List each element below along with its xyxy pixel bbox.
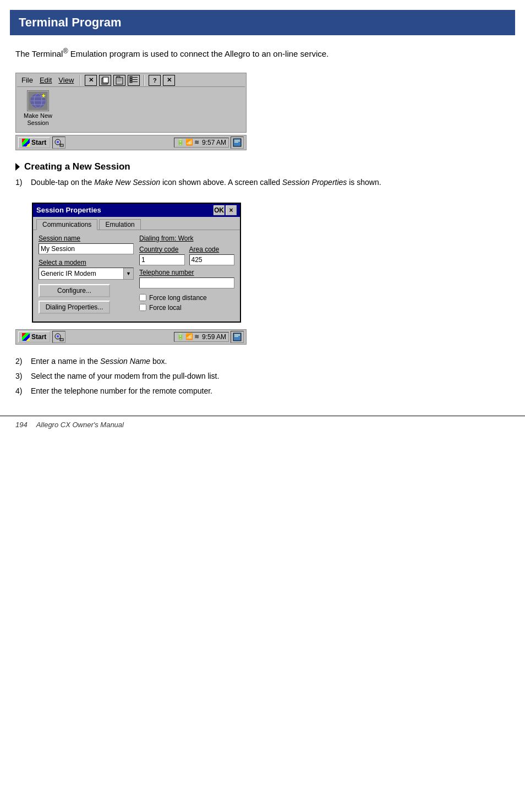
modem-dropdown-arrow[interactable]: ▼ bbox=[123, 268, 133, 279]
tab-emulation[interactable]: Emulation bbox=[99, 219, 140, 230]
svg-text:T: T bbox=[60, 143, 62, 146]
telephone-label: Telephone number bbox=[139, 269, 234, 276]
configure-button[interactable]: Configure... bbox=[39, 284, 110, 297]
modem-value: Generic IR Modem bbox=[39, 269, 123, 279]
toolbar-close[interactable]: ✕ bbox=[163, 75, 175, 86]
dialog-content: Session name Select a modem Generic IR M… bbox=[33, 230, 240, 321]
taskbar-doc-icon-1[interactable] bbox=[231, 137, 244, 149]
country-code-label: Country code bbox=[139, 246, 185, 253]
step-4-num: 4) bbox=[15, 385, 26, 397]
session-properties-dialog: Session Properties OK × Communications E… bbox=[32, 203, 241, 323]
country-col: Country code bbox=[139, 246, 185, 265]
telephone-input[interactable] bbox=[139, 277, 234, 288]
signal-icon-1: ≋ bbox=[194, 139, 199, 146]
svg-rect-28 bbox=[234, 142, 238, 143]
taskbar-left-2: Start T bbox=[18, 331, 65, 343]
taskbar-2: Start T 🔋 📶 ≋ 9:59 AM bbox=[15, 329, 247, 345]
page-footer: 194 Allegro CX Owner's Manual bbox=[0, 416, 525, 433]
svg-rect-9 bbox=[130, 79, 132, 80]
triangle-icon bbox=[15, 163, 20, 171]
start-button-2[interactable]: Start bbox=[18, 331, 50, 342]
terminal-window: File Edit View ✕ bbox=[15, 73, 247, 133]
toolbar-help[interactable]: ? bbox=[149, 75, 161, 86]
force-local-checkbox[interactable] bbox=[139, 304, 146, 311]
taskbar-icon-1[interactable]: T bbox=[52, 137, 65, 149]
network-icon-1: 📶 bbox=[185, 139, 193, 146]
battery-icon-2: 🔋 bbox=[177, 333, 184, 340]
svg-rect-13 bbox=[133, 81, 138, 82]
svg-rect-7 bbox=[117, 81, 121, 81]
toolbar-paste[interactable] bbox=[113, 75, 125, 86]
steps-list: 1) Double-tap on the Make New Session ic… bbox=[15, 177, 510, 188]
svg-rect-12 bbox=[133, 79, 138, 80]
taskbar-right-1: 🔋 📶 ≋ 9:57 AM bbox=[174, 137, 244, 149]
dialog-ok-btn[interactable]: OK bbox=[214, 205, 225, 215]
toolbar-cut[interactable]: ✕ bbox=[85, 75, 97, 86]
svg-rect-11 bbox=[133, 77, 138, 78]
make-new-session-icon-area[interactable]: Make NewSession bbox=[21, 90, 54, 127]
force-long-distance-row: Force long distance bbox=[139, 294, 234, 302]
country-area-row: Country code Area code bbox=[139, 246, 234, 265]
select-modem-label: Select a modem bbox=[39, 259, 134, 266]
svg-rect-5 bbox=[117, 79, 122, 79]
session-name-input[interactable] bbox=[39, 243, 134, 254]
signal-icon-2: ≋ bbox=[194, 333, 199, 340]
dialog-title: Session Properties bbox=[36, 206, 101, 214]
systray-1: 🔋 📶 ≋ 9:57 AM bbox=[174, 138, 229, 148]
time-display-2: 9:59 AM bbox=[202, 333, 226, 341]
section-heading: Creating a New Session bbox=[15, 161, 510, 172]
steps-2-4: 2) Enter a name in the Session Name box.… bbox=[15, 356, 510, 397]
windows-logo-1 bbox=[22, 139, 30, 146]
start-button-1[interactable]: Start bbox=[18, 137, 50, 148]
step-2: 2) Enter a name in the Session Name box. bbox=[15, 356, 510, 367]
dialog-wrapper: Session Properties OK × Communications E… bbox=[32, 203, 241, 323]
step-1: 1) Double-tap on the Make New Session ic… bbox=[15, 177, 510, 188]
dialog-tabs: Communications Emulation bbox=[33, 217, 240, 230]
svg-rect-35 bbox=[234, 335, 240, 336]
force-local-row: Force local bbox=[139, 304, 234, 312]
menu-edit[interactable]: Edit bbox=[37, 75, 54, 85]
menu-file[interactable]: File bbox=[19, 75, 35, 85]
windows-logo-2 bbox=[22, 333, 30, 341]
make-new-session-icon[interactable] bbox=[27, 90, 49, 111]
start-label-1: Start bbox=[31, 139, 46, 146]
step-2-num: 2) bbox=[15, 356, 26, 367]
step-1-text: Double-tap on the Make New Session icon … bbox=[31, 177, 381, 188]
dialing-properties-button[interactable]: Dialing Properties... bbox=[39, 301, 110, 314]
svg-rect-26 bbox=[234, 140, 240, 140]
make-new-session-label: Make NewSession bbox=[24, 112, 52, 127]
taskbar-icon-2[interactable]: T bbox=[52, 331, 65, 343]
dialog-left-panel: Session name Select a modem Generic IR M… bbox=[39, 235, 134, 317]
svg-rect-36 bbox=[234, 336, 238, 337]
separator bbox=[80, 75, 81, 86]
toolbar-properties[interactable] bbox=[128, 75, 140, 86]
time-display-1: 9:57 AM bbox=[202, 139, 226, 146]
toolbar-copy[interactable] bbox=[99, 75, 111, 86]
step-3: 3) Select the name of your modem from th… bbox=[15, 370, 510, 382]
dialog-right-panel: Dialing from: Work Country code Area cod… bbox=[139, 235, 234, 317]
menu-view[interactable]: View bbox=[56, 75, 76, 85]
dialog-close-btn[interactable]: × bbox=[226, 205, 237, 215]
step-2-text: Enter a name in the Session Name box. bbox=[31, 356, 167, 367]
force-local-label: Force local bbox=[149, 304, 182, 312]
dialog-titlebar: Session Properties OK × bbox=[33, 204, 240, 217]
taskbar-left-1: Start T bbox=[18, 137, 65, 149]
force-long-distance-checkbox[interactable] bbox=[139, 294, 146, 301]
battery-icon-1: 🔋 bbox=[177, 139, 184, 146]
area-code-label: Area code bbox=[189, 246, 235, 253]
separator2 bbox=[144, 75, 145, 86]
svg-rect-6 bbox=[117, 80, 122, 80]
taskbar-doc-icon-2[interactable] bbox=[231, 331, 244, 343]
svg-text:T: T bbox=[60, 337, 62, 341]
section-title: Creating a New Session bbox=[24, 161, 130, 172]
tab-communications[interactable]: Communications bbox=[36, 219, 97, 230]
country-code-input[interactable] bbox=[139, 254, 185, 265]
step-3-text: Select the name of your modem from the p… bbox=[31, 370, 219, 382]
area-code-input[interactable] bbox=[189, 254, 235, 265]
dialing-from-label: Dialing from: Work bbox=[139, 235, 234, 242]
menu-bar: File Edit View ✕ bbox=[17, 74, 245, 87]
modem-select[interactable]: Generic IR Modem ▼ bbox=[39, 268, 134, 280]
systray-2: 🔋 📶 ≋ 9:59 AM bbox=[174, 332, 229, 342]
svg-rect-10 bbox=[130, 81, 132, 83]
step-4: 4) Enter the telephone number for the re… bbox=[15, 385, 510, 397]
